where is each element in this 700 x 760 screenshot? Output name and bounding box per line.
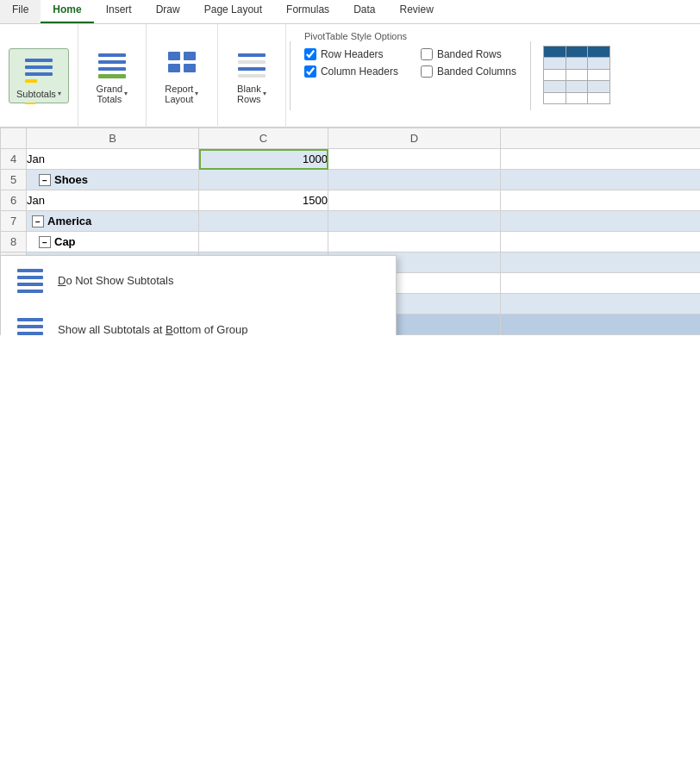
banded-rows-label[interactable]: Banded Rows <box>437 48 502 60</box>
svg-rect-16 <box>17 269 43 272</box>
grand-totals-button[interactable]: GrandTotals ▾ <box>87 43 137 109</box>
no-subtotals-text: Do Not Show Subtotals <box>58 274 173 287</box>
svg-rect-1 <box>25 65 53 69</box>
report-layout-icon <box>165 47 199 82</box>
column-headers-checkbox[interactable] <box>304 65 316 78</box>
svg-rect-12 <box>238 53 266 57</box>
svg-rect-9 <box>184 52 196 60</box>
svg-rect-3 <box>25 79 37 83</box>
cell-4-b[interactable]: Jan <box>27 149 199 170</box>
subtotals-group: Subtotals ▾ <box>0 24 78 128</box>
preview-cell-r4c3 <box>588 93 609 103</box>
table-preview[interactable] <box>543 46 612 106</box>
svg-rect-8 <box>168 52 180 60</box>
bottom-subtotals-icon <box>15 314 46 335</box>
table-row: 4 Jan 1000 <box>1 149 701 170</box>
tab-data[interactable]: Data <box>341 0 387 23</box>
preview-cell-r2c2 <box>566 70 588 80</box>
dropdown-item-bottom[interactable]: Show all Subtotals at Bottom of Group <box>1 305 396 335</box>
cell-6-b[interactable]: Jan <box>27 190 199 211</box>
preview-cell-r1c2 <box>566 58 588 68</box>
preview-cell-r2c3 <box>588 70 609 80</box>
ribbon-separator-1 <box>290 41 291 110</box>
cell-7-c[interactable] <box>199 211 328 232</box>
banded-rows-row: Banded Rows <box>421 48 516 60</box>
tab-formulas[interactable]: Formulas <box>274 0 341 23</box>
cell-8-e[interactable] <box>501 232 701 252</box>
tab-review[interactable]: Review <box>387 0 445 23</box>
table-row: 6 Jan 1500 <box>1 190 701 211</box>
preview-cell-r2c1 <box>544 70 566 80</box>
cell-10-e[interactable] <box>501 273 701 294</box>
cell-8-c[interactable] <box>199 232 328 252</box>
cell-4-e[interactable] <box>501 149 701 170</box>
svg-rect-17 <box>17 276 43 279</box>
column-headers-label[interactable]: Column Headers <box>321 65 398 78</box>
cell-4-d[interactable] <box>328 149 501 170</box>
row-headers-label[interactable]: Row Headers <box>321 48 384 60</box>
grand-totals-group: GrandTotals ▾ <box>78 24 147 128</box>
svg-rect-14 <box>238 67 266 71</box>
row-headers-row: Row Headers <box>304 48 400 60</box>
tab-draw[interactable]: Draw <box>144 0 192 23</box>
blank-rows-button[interactable]: BlankRows ▾ <box>227 43 277 109</box>
cell-5-c[interactable] <box>199 170 328 190</box>
cell-8-b[interactable]: −Cap <box>27 232 199 252</box>
grand-totals-arrow: ▾ <box>124 90 128 97</box>
cell-6-d[interactable] <box>328 190 501 211</box>
preview-cell-r3c2 <box>566 81 588 91</box>
cell-9-e[interactable] <box>501 252 701 273</box>
banded-columns-label[interactable]: Banded Columns <box>437 65 516 78</box>
cell-5-b[interactable]: −Shoes <box>27 170 199 190</box>
cell-12-e[interactable] <box>501 315 701 335</box>
cell-5-e[interactable] <box>501 170 701 190</box>
table-row: 7 −America <box>1 211 701 232</box>
dropdown-item-no-subtotals[interactable]: Do Not Show Subtotals <box>1 256 396 305</box>
preview-cell-r1c3 <box>588 58 609 68</box>
svg-rect-0 <box>25 59 53 62</box>
cell-8-d[interactable] <box>328 232 501 252</box>
svg-rect-19 <box>17 290 43 293</box>
cell-7-b[interactable]: −America <box>27 211 199 232</box>
style-options-group: PivotTable Style Options Row Headers Ban… <box>294 24 527 128</box>
cell-6-e[interactable] <box>501 190 701 211</box>
table-row: 8 −Cap <box>1 232 701 252</box>
col-header-b: B <box>27 128 199 149</box>
preview-cell-r4c2 <box>566 93 588 103</box>
style-options-title: PivotTable Style Options <box>304 31 516 41</box>
report-layout-button[interactable]: ReportLayout ▾ <box>155 43 209 109</box>
preview-cell-h2 <box>566 47 588 57</box>
svg-rect-13 <box>238 60 266 64</box>
svg-rect-4 <box>98 53 126 57</box>
cell-4-c[interactable]: 1000 <box>199 149 328 170</box>
ribbon-tabs: File Home Insert Draw Page Layout Formul… <box>0 0 700 24</box>
banded-columns-checkbox[interactable] <box>421 65 433 78</box>
collapse-btn-7[interactable]: − <box>32 215 44 227</box>
cell-5-d[interactable] <box>328 170 501 190</box>
tab-insert[interactable]: Insert <box>94 0 144 23</box>
tab-page-layout[interactable]: Page Layout <box>192 0 274 23</box>
cell-6-c[interactable]: 1500 <box>199 190 328 211</box>
cell-7-e[interactable] <box>501 211 701 232</box>
blank-rows-group: BlankRows ▾ <box>218 24 286 128</box>
ribbon-separator-2 <box>530 41 531 110</box>
row-num-5: 5 <box>1 170 27 190</box>
preview-cell-r3c1 <box>544 81 566 91</box>
style-checkboxes: Row Headers Banded Rows Column Headers B… <box>304 48 516 78</box>
cell-11-e[interactable] <box>501 294 701 315</box>
row-num-6: 6 <box>1 190 27 211</box>
blank-rows-icon <box>234 47 269 82</box>
svg-rect-11 <box>184 64 196 72</box>
report-layout-label: ReportLayout <box>165 84 193 104</box>
subtotals-button[interactable]: Subtotals ▾ <box>9 48 69 103</box>
row-headers-checkbox[interactable] <box>304 48 316 60</box>
blank-rows-label: BlankRows <box>237 84 261 104</box>
tab-file[interactable]: File <box>0 0 41 23</box>
cell-7-d[interactable] <box>328 211 501 232</box>
collapse-btn-8[interactable]: − <box>39 236 51 248</box>
banded-rows-checkbox[interactable] <box>421 48 433 60</box>
preview-cell-r4c1 <box>544 93 566 103</box>
tab-home[interactable]: Home <box>41 0 93 23</box>
collapse-btn-5[interactable]: − <box>39 174 51 186</box>
svg-rect-7 <box>98 74 126 78</box>
